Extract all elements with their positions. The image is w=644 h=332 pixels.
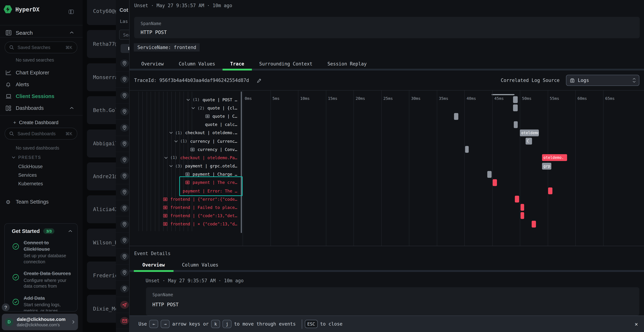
span-duration-bar[interactable] — [493, 179, 497, 186]
session-event-row[interactable] — [116, 104, 129, 120]
session-event-row[interactable] — [116, 297, 129, 313]
session-event-row[interactable] — [116, 56, 129, 72]
session-event-row[interactable] — [116, 136, 129, 152]
user-menu[interactable]: D dale@clickhouse.com dale@clickhouse.co… — [2, 314, 78, 330]
session-event-row[interactable] — [116, 120, 129, 136]
span-duration-bar[interactable]: C — [526, 138, 532, 144]
session-filter-button[interactable] — [120, 44, 129, 53]
get-started-item[interactable]: Create Data Sources Configure where your… — [12, 270, 73, 289]
span-duration-bar[interactable]: oteldemo. — [542, 154, 567, 161]
session-card[interactable]: Abbigail — [87, 129, 116, 157]
session-card[interactable]: Dixie_Mc — [87, 294, 116, 322]
chevron-up-icon[interactable] — [68, 230, 72, 232]
trace-span-row[interactable]: quote | C… — [130, 112, 644, 120]
trace-span-row[interactable]: (2)quote | {cl… — [130, 104, 644, 112]
session-card[interactable]: Retha77@ — [87, 30, 116, 58]
span-label: checkout | oteldemo.Pa… — [180, 155, 238, 160]
session-search-input[interactable]: Sea — [119, 30, 129, 40]
session-event-row[interactable] — [116, 88, 129, 104]
trace-span-row[interactable]: (1)quote | POST … — [130, 96, 644, 104]
session-card[interactable]: Wilson_H — [87, 228, 116, 256]
session-event-row[interactable] — [116, 313, 129, 329]
chevron-down-icon[interactable] — [164, 157, 168, 159]
span-duration-bar[interactable] — [487, 171, 492, 178]
session-card[interactable]: Coty60@g — [87, 0, 116, 25]
presets-toggle[interactable]: PRESETS — [12, 155, 41, 160]
session-event-row[interactable] — [116, 168, 129, 184]
session-event-row[interactable] — [116, 281, 129, 297]
span-duration-bar[interactable] — [465, 146, 469, 153]
session-event-row[interactable] — [116, 232, 129, 249]
get-started-item[interactable]: Connect to ClickHouse Set up your databa… — [12, 240, 73, 265]
trace-span-row[interactable]: (1)currency | Currenc…C — [130, 137, 644, 145]
span-duration-bar[interactable] — [454, 113, 458, 120]
session-event-row[interactable] — [116, 200, 129, 216]
session-event-row[interactable] — [116, 216, 129, 232]
sidebar-item-kubernetes[interactable]: Kubernetes — [18, 181, 43, 186]
sidebar-item-services[interactable]: Services — [18, 172, 37, 178]
trace-span-row[interactable]: (1)checkout | oteldemo.Pa…oteldemo. — [130, 154, 644, 162]
span-duration-bar[interactable] — [513, 96, 518, 103]
session-card[interactable]: Alicia42 — [87, 196, 116, 224]
tab-ed-column-values[interactable]: Column Values — [173, 259, 227, 272]
session-event-row[interactable] — [116, 72, 129, 88]
sidebar-item-chart-explorer[interactable]: Chart Explorer — [0, 68, 83, 77]
sidebar-item-team-settings[interactable]: ⚙ Team Settings — [0, 197, 83, 206]
saved-searches-input[interactable]: Saved Searches ⌘K — [5, 42, 77, 53]
span-label: quote | calc… — [205, 122, 237, 127]
chevron-down-icon[interactable] — [169, 132, 173, 134]
close-icon[interactable]: ✕ — [635, 321, 638, 327]
sidebar-item-alerts[interactable]: Alerts — [0, 80, 83, 89]
sidebar-item-search[interactable]: Search — [0, 28, 83, 37]
trace-span-row[interactable]: quote | calc… — [130, 120, 644, 129]
session-card[interactable]: Andre21@ — [87, 162, 116, 190]
sidebar-item-client-sessions[interactable]: Client Sessions — [0, 92, 83, 101]
chevron-down-icon[interactable] — [174, 140, 178, 142]
sidebar-item-dashboards[interactable]: Dashboards — [0, 104, 83, 113]
tab-column-values[interactable]: Column Values — [171, 58, 223, 70]
log-source-select[interactable]: Logs — [566, 75, 639, 86]
session-event-row[interactable] — [116, 184, 129, 200]
chevron-down-icon[interactable] — [192, 107, 195, 109]
chevron-down-icon[interactable] — [186, 99, 190, 101]
tab-surrounding-context[interactable]: Surrounding Context — [252, 58, 320, 70]
span-duration-bar[interactable] — [514, 121, 518, 128]
session-card[interactable]: Monserra — [87, 63, 116, 91]
session-event-row[interactable] — [116, 265, 129, 281]
timeline-scroll-indicator[interactable] — [492, 94, 514, 95]
service-name-chip[interactable]: ServiceName: frontend — [134, 43, 200, 52]
sidebar-collapse-icon[interactable] — [69, 10, 74, 14]
span-duration-bar[interactable] — [520, 204, 524, 211]
trace-span-row[interactable]: (3)payment | grpc.oteld…grp — [130, 162, 644, 170]
span-duration-bar[interactable] — [515, 196, 519, 202]
span-duration-bar[interactable] — [520, 212, 524, 219]
tab-session-replay[interactable]: Session Replay — [320, 58, 374, 70]
span-duration-bar[interactable] — [548, 188, 552, 194]
session-event-row[interactable] — [116, 249, 129, 265]
chevron-down-icon[interactable] — [169, 165, 173, 167]
help-button[interactable]: ? — [2, 304, 10, 311]
trace-span-row[interactable]: frontend | × {"code":13,"d… — [130, 220, 644, 228]
tab-trace[interactable]: Trace — [223, 58, 252, 70]
trace-span-row[interactable]: currency | Conv… — [130, 145, 644, 154]
tab-ed-overview[interactable]: Overview — [134, 259, 173, 272]
get-started-item[interactable]: Add Data Start sending logs, metrics, or… — [12, 295, 73, 312]
span-duration-bar[interactable] — [513, 105, 518, 112]
tab-overview[interactable]: Overview — [134, 58, 171, 70]
session-event-row[interactable] — [116, 152, 129, 168]
trace-span-row[interactable]: frontend | Failed to place… — [130, 204, 644, 212]
edit-pencil-icon[interactable] — [257, 78, 262, 83]
create-dashboard-button[interactable]: Create Dashboard — [19, 120, 58, 125]
span-duration-bar[interactable]: grp — [542, 162, 552, 170]
trace-span-row[interactable]: frontend | {"code":13,"det… — [130, 212, 644, 220]
trace-span-row[interactable]: frontend | {"error":{"code… — [130, 195, 644, 203]
session-card[interactable]: Frederic — [87, 262, 116, 290]
span-duration-bar[interactable]: oteldemo — [520, 130, 539, 136]
saved-dashboards-input[interactable]: Saved Dashboards ⌘K — [5, 128, 77, 140]
session-card[interactable]: Beth.Gol — [87, 96, 116, 124]
logo[interactable]: HyperDX — [4, 5, 40, 14]
sidebar-item-clickhouse[interactable]: ClickHouse — [18, 164, 43, 169]
span-label: currency | Conv… — [198, 147, 237, 152]
trace-span-row[interactable]: (1)checkout | oteldemo.…oteldemo — [130, 129, 644, 137]
span-duration-bar[interactable] — [532, 220, 536, 227]
